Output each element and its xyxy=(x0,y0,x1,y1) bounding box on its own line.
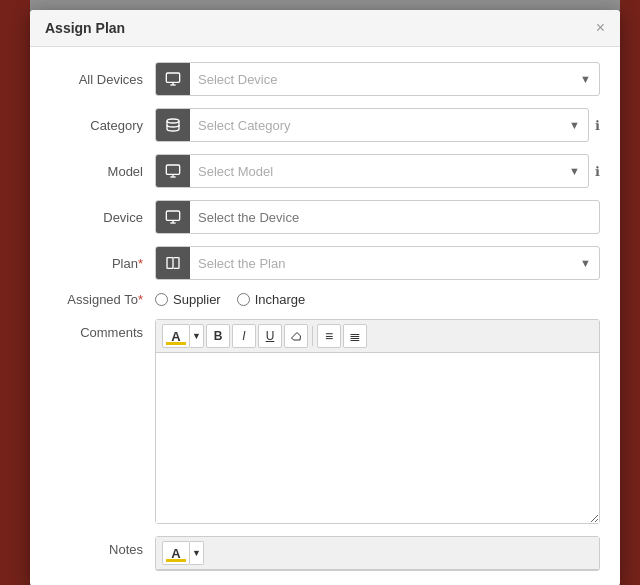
svg-point-3 xyxy=(167,119,179,123)
notes-toolbar: A ▼ xyxy=(156,537,599,570)
notes-label: Notes xyxy=(50,536,155,557)
assign-plan-modal: Assign Plan × All Devices Select Device … xyxy=(30,10,620,585)
model-info-icon[interactable]: ℹ xyxy=(595,164,600,179)
ul-label: ≡ xyxy=(325,328,333,344)
comments-label: Comments xyxy=(50,319,155,340)
category-info-icon[interactable]: ℹ xyxy=(595,118,600,133)
ordered-list-button[interactable]: ≣ xyxy=(343,324,367,348)
plan-icon xyxy=(156,247,190,279)
category-placeholder: Select Category xyxy=(190,118,561,133)
svg-rect-4 xyxy=(166,165,179,174)
assigned-to-required-star: * xyxy=(138,292,143,307)
modal-body: All Devices Select Device ▼ Category xyxy=(30,47,620,585)
notes-font-dropdown[interactable]: ▼ xyxy=(190,541,204,565)
model-row: Model Select Model ▼ ℹ xyxy=(50,154,600,188)
assigned-to-row: Assigned To* Supplier Incharge xyxy=(50,292,600,307)
italic-label: I xyxy=(242,329,245,343)
model-select[interactable]: Select Model ▼ xyxy=(155,154,589,188)
unordered-list-button[interactable]: ≡ xyxy=(317,324,341,348)
bold-button[interactable]: B xyxy=(206,324,230,348)
plan-label: Plan* xyxy=(50,256,155,271)
plan-arrow: ▼ xyxy=(572,257,599,269)
incharge-radio-option[interactable]: Incharge xyxy=(237,292,306,307)
notes-row: Notes A ▼ xyxy=(50,536,600,571)
notes-font-color-indicator xyxy=(166,559,186,562)
toolbar-separator xyxy=(312,326,313,346)
notes-font-color-button[interactable]: A xyxy=(162,541,190,565)
category-icon xyxy=(156,109,190,141)
italic-button[interactable]: I xyxy=(232,324,256,348)
supplier-radio-option[interactable]: Supplier xyxy=(155,292,221,307)
device-text-input[interactable] xyxy=(190,201,599,233)
device-label: Device xyxy=(50,210,155,225)
comments-editor: A ▼ B I U xyxy=(155,319,600,524)
assigned-to-radio-group: Supplier Incharge xyxy=(155,292,305,307)
incharge-label: Incharge xyxy=(255,292,306,307)
category-arrow: ▼ xyxy=(561,119,588,131)
svg-rect-7 xyxy=(166,211,179,220)
font-color-dropdown[interactable]: ▼ xyxy=(190,324,204,348)
font-color-btn-group: A ▼ xyxy=(162,324,204,348)
model-icon xyxy=(156,155,190,187)
database-icon xyxy=(165,117,181,133)
modal-header: Assign Plan × xyxy=(30,10,620,47)
bold-label: B xyxy=(214,329,223,343)
plan-row: Plan* Select the Plan ▼ xyxy=(50,246,600,280)
clear-format-button[interactable] xyxy=(284,324,308,348)
comments-content[interactable] xyxy=(156,353,599,523)
category-select[interactable]: Select Category ▼ xyxy=(155,108,589,142)
font-color-button[interactable]: A xyxy=(162,324,190,348)
underline-button[interactable]: U xyxy=(258,324,282,348)
incharge-radio[interactable] xyxy=(237,293,250,306)
model-arrow: ▼ xyxy=(561,165,588,177)
notes-editor: A ▼ xyxy=(155,536,600,571)
monitor3-icon xyxy=(165,209,181,225)
monitor-icon xyxy=(165,71,181,87)
svg-rect-0 xyxy=(166,73,179,82)
model-label: Model xyxy=(50,164,155,179)
monitor2-icon xyxy=(165,163,181,179)
all-devices-label: All Devices xyxy=(50,72,155,87)
comments-toolbar: A ▼ B I U xyxy=(156,320,599,353)
device-input-group[interactable] xyxy=(155,200,600,234)
plan-select[interactable]: Select the Plan ▼ xyxy=(155,246,600,280)
modal-title: Assign Plan xyxy=(45,20,125,36)
assigned-to-label: Assigned To* xyxy=(50,292,155,307)
all-devices-arrow: ▼ xyxy=(572,73,599,85)
supplier-label: Supplier xyxy=(173,292,221,307)
device-icon xyxy=(156,63,190,95)
plan-required-star: * xyxy=(138,256,143,271)
all-devices-placeholder: Select Device xyxy=(190,72,572,87)
device-select-icon xyxy=(156,201,190,233)
ol-label: ≣ xyxy=(349,328,361,344)
comments-row: Comments A ▼ B I xyxy=(50,319,600,524)
device-row: Device xyxy=(50,200,600,234)
model-placeholder: Select Model xyxy=(190,164,561,179)
category-row: Category Select Category ▼ ℹ xyxy=(50,108,600,142)
underline-label: U xyxy=(266,329,275,343)
notes-font-color-btn-group: A ▼ xyxy=(162,541,204,565)
supplier-radio[interactable] xyxy=(155,293,168,306)
eraser-icon xyxy=(290,330,302,342)
category-label: Category xyxy=(50,118,155,133)
book-icon xyxy=(165,255,181,271)
close-button[interactable]: × xyxy=(596,20,605,36)
font-color-indicator xyxy=(166,342,186,345)
all-devices-select[interactable]: Select Device ▼ xyxy=(155,62,600,96)
all-devices-row: All Devices Select Device ▼ xyxy=(50,62,600,96)
plan-placeholder: Select the Plan xyxy=(190,256,572,271)
